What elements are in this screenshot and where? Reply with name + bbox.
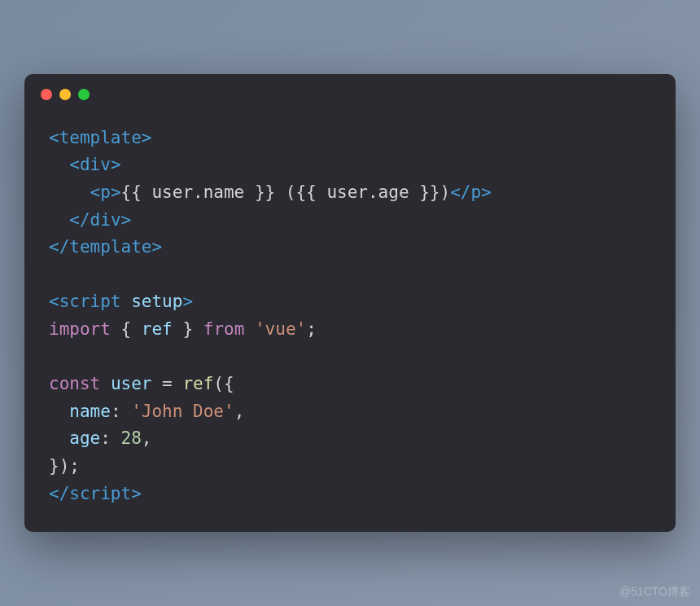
minimize-button[interactable]: [59, 89, 71, 100]
close-button[interactable]: [41, 89, 52, 100]
maximize-button[interactable]: [78, 89, 90, 100]
code-window: <template> <div> <p>{{ user.name }} ({{ …: [24, 74, 676, 532]
code-content: <template> <div> <p>{{ user.name }} ({{ …: [24, 108, 676, 532]
watermark: @51CTO博客: [619, 585, 690, 599]
titlebar: [24, 74, 676, 108]
